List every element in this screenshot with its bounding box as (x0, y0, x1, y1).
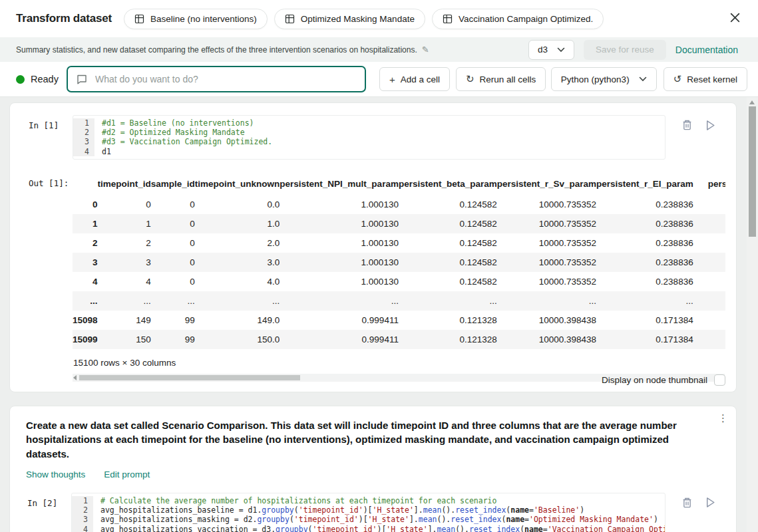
table-cell: 0 (98, 195, 151, 214)
table-cell: ... (151, 291, 195, 311)
table-cell (693, 195, 725, 214)
column-header: persistent_beta_param (399, 173, 497, 195)
table-row: 1509915099150.00.9994110.12132810000.398… (73, 330, 725, 349)
kernel-select[interactable]: Python (python3) (551, 67, 657, 91)
page-title: Transform dataset (16, 12, 112, 25)
vertical-scrollbar-thumb[interactable] (749, 106, 756, 237)
table-cell: 10000.398438 (497, 330, 596, 349)
table-cell: 10000.735352 (497, 195, 596, 214)
table-cell: 0.238836 (596, 272, 693, 291)
table-cell: ... (497, 291, 596, 311)
table-cell: ... (280, 291, 399, 311)
prompt-input[interactable] (95, 74, 357, 84)
table-cell: 150.0 (195, 330, 280, 349)
table-cell: 0.238836 (596, 253, 693, 272)
dataset-tab[interactable]: Optimized Masking Mandate (274, 9, 425, 29)
table-cell: 0 (151, 214, 195, 233)
delete-cell-button[interactable] (681, 497, 693, 509)
save-for-reuse-button[interactable]: Save for reuse (584, 40, 666, 60)
show-thoughts-link[interactable]: Show thoughts (26, 469, 85, 479)
column-header (73, 173, 98, 195)
table-cell (693, 272, 725, 291)
display-thumbnail-label: Display on node thumbnail (602, 375, 707, 385)
table-cell: 1.000130 (280, 214, 399, 233)
notebook-cell-1: In [1] 1#d1 = Baseline (no interventions… (9, 102, 737, 392)
table-cell (693, 311, 725, 330)
code-line: 1# Calculate the average number of hospi… (72, 496, 665, 505)
table-cell (693, 253, 725, 272)
table-cell: 0.121328 (399, 311, 497, 330)
code-editor[interactable]: 1# Calculate the average number of hospi… (71, 493, 665, 532)
line-number: 4 (73, 147, 95, 156)
code-editor[interactable]: 1#d1 = Baseline (no interventions)2#d2 =… (73, 115, 665, 160)
table-cell: 1 (98, 214, 151, 233)
horizontal-scrollbar-thumb[interactable] (79, 375, 300, 380)
code-line: 1#d1 = Baseline (no interventions) (73, 118, 665, 128)
line-number: 2 (73, 128, 95, 137)
scroll-up-icon[interactable] (749, 100, 755, 104)
run-cell-button[interactable] (705, 497, 715, 509)
table-cell: 1.000130 (280, 253, 399, 272)
add-cell-label: Add a cell (401, 74, 440, 84)
line-number: 3 (73, 137, 95, 146)
rerun-all-cells-button[interactable]: ↻ Rerun all cells (456, 67, 546, 91)
table-cell: 1.0 (195, 214, 280, 233)
table-cell: 2 (73, 233, 98, 253)
table-row: ........................ (73, 291, 725, 311)
trash-icon (681, 497, 693, 509)
code-line: 4avg_hospitalizations_vaccination = d3.g… (72, 525, 665, 532)
column-header: timepoint_id (98, 173, 151, 195)
play-icon (705, 120, 715, 131)
scroll-left-icon[interactable] (73, 375, 77, 380)
cell-execution-label: In [1] (21, 115, 73, 130)
dataset-tab[interactable]: Baseline (no interventions) (124, 9, 268, 29)
add-cell-button[interactable]: + Add a cell (379, 67, 450, 91)
table-cell (693, 233, 725, 253)
table-row: 3303.01.0001300.12458210000.7353520.2388… (73, 253, 725, 272)
dataset-tab[interactable]: Vaccination Campaign Optimized. (432, 9, 604, 29)
close-button[interactable] (727, 9, 743, 28)
table-cell: 0 (151, 272, 195, 291)
reset-kernel-button[interactable]: ↺ Reset kernel (663, 67, 747, 91)
cell-menu-button[interactable]: ⋮ (718, 413, 728, 423)
code-line: 3avg_hospitalizations_masking = d2.group… (72, 515, 665, 524)
table-cell: 1.000130 (280, 195, 399, 214)
table-cell: 0.999411 (280, 311, 399, 330)
edit-summary-icon[interactable]: ✎ (422, 45, 429, 55)
table-cell: 10000.398438 (497, 311, 596, 330)
dataset-tabs: Baseline (no interventions)Optimized Mas… (124, 9, 604, 29)
column-header: persistent_r_Sv_param (497, 173, 596, 195)
line-number: 1 (72, 496, 93, 505)
table-cell: ... (195, 291, 280, 311)
table-cell: ... (596, 291, 693, 311)
dataset-output-select[interactable]: d3 (528, 40, 574, 60)
edit-prompt-link[interactable]: Edit prompt (104, 469, 150, 479)
kernel-select-value: Python (python3) (561, 74, 630, 84)
documentation-link[interactable]: Documentation (675, 45, 738, 55)
dataset-tab-label: Optimized Masking Mandate (301, 14, 415, 24)
table-cell: 10000.735352 (497, 214, 596, 233)
reset-kernel-icon: ↺ (673, 73, 682, 85)
table-cell: 15098 (73, 311, 98, 330)
display-thumbnail-checkbox[interactable] (714, 374, 725, 386)
table-cell: 1.000130 (280, 233, 399, 253)
dataset-output-select-value: d3 (538, 45, 548, 55)
table-cell: 0.121328 (399, 330, 497, 349)
table-cell: 0.0 (195, 195, 280, 214)
reset-kernel-label: Reset kernel (687, 74, 737, 84)
page-scrollbar[interactable] (747, 97, 758, 532)
plus-icon: + (389, 74, 395, 85)
table-cell: 2.0 (195, 233, 280, 253)
code-line: 3#d3 = Vaccination Campaign Optimized. (73, 137, 665, 146)
notebook-cell-2: ⋮ Create a new data set called Scenario … (9, 406, 737, 532)
table-cell: 1.000130 (280, 272, 399, 291)
kernel-status-dot (16, 75, 25, 84)
delete-cell-button[interactable] (681, 119, 693, 131)
table-cell: 4 (98, 272, 151, 291)
table-cell: 0 (73, 195, 98, 214)
rerun-all-cells-label: Rerun all cells (480, 74, 536, 84)
run-cell-button[interactable] (705, 119, 715, 131)
notebook-canvas: In [1] 1#d1 = Baseline (no interventions… (0, 97, 758, 532)
line-number: 4 (72, 525, 93, 532)
column-header: persistent_NPI_mult_param (280, 173, 399, 195)
